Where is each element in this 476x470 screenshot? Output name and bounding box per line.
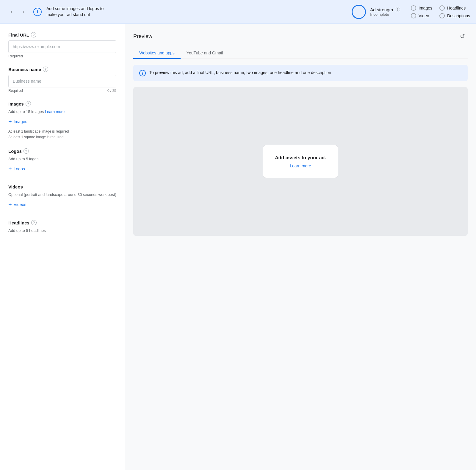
tab-youtube-gmail[interactable]: YouTube and Gmail xyxy=(181,48,229,59)
headlines-section: Headlines ? Add up to 5 headlines xyxy=(8,220,116,233)
refresh-button[interactable]: ↺ xyxy=(457,31,468,42)
check-circle-images xyxy=(411,5,416,11)
checklist-video: Video xyxy=(411,13,432,18)
business-name-label: Business name ? xyxy=(8,67,116,72)
add-images-plus-icon: + xyxy=(8,119,12,125)
checklist-col-2: Headlines Descriptions xyxy=(439,5,470,18)
add-videos-plus-icon: + xyxy=(8,202,12,208)
images-help-icon[interactable]: ? xyxy=(26,101,31,106)
images-section: Images ? Add up to 15 images Learn more … xyxy=(8,101,116,140)
logos-section: Logos ? Add up to 5 logos + Logos xyxy=(8,148,116,176)
prev-button[interactable]: ‹ xyxy=(6,7,17,17)
headlines-description: Add up to 5 headlines xyxy=(8,228,116,233)
checklist-video-label: Video xyxy=(419,13,429,18)
next-button[interactable]: › xyxy=(18,7,29,17)
final-url-input[interactable] xyxy=(8,40,116,53)
checklist-col-1: Images Video xyxy=(411,5,432,18)
business-name-hints: Required 0 / 25 xyxy=(8,89,116,93)
final-url-label: Final URL ? xyxy=(8,32,116,37)
business-name-char-count: 0 / 25 xyxy=(107,89,116,93)
left-panel: Final URL ? Required Business name ? Req… xyxy=(0,24,125,470)
add-videos-button[interactable]: + Videos xyxy=(8,200,26,209)
check-circle-descriptions xyxy=(439,13,445,18)
preview-header: Preview ↺ xyxy=(133,31,468,42)
checklist-headlines: Headlines xyxy=(439,5,470,11)
checklist-images: Images xyxy=(411,5,432,11)
headlines-label: Headlines ? xyxy=(8,220,116,225)
add-logos-button[interactable]: + Logos xyxy=(8,164,25,174)
checklist-descriptions-label: Descriptions xyxy=(447,13,470,18)
assets-card: Add assets to your ad. Learn more xyxy=(263,145,338,178)
info-banner-icon: i xyxy=(139,70,146,76)
tab-websites-apps[interactable]: Websites and apps xyxy=(133,48,181,59)
check-circle-headlines xyxy=(439,5,445,11)
business-name-input[interactable] xyxy=(8,75,116,87)
business-name-help-icon[interactable]: ? xyxy=(43,67,48,72)
final-url-help-icon[interactable]: ? xyxy=(31,32,36,37)
logos-description: Add up to 5 logos xyxy=(8,157,116,161)
preview-area: Add assets to your ad. Learn more xyxy=(133,87,468,236)
image-req-2: At least 1 square image is required xyxy=(8,134,116,140)
ad-strength-circle xyxy=(352,5,366,19)
main-layout: Final URL ? Required Business name ? Req… xyxy=(0,24,476,470)
checklist-section: Images Video Headlines Descriptions xyxy=(411,5,470,18)
images-requirements: At least 1 landscape image is required A… xyxy=(8,129,116,140)
add-logos-plus-icon: + xyxy=(8,166,12,172)
checklist-descriptions: Descriptions xyxy=(439,13,470,18)
add-images-button[interactable]: + Images xyxy=(8,117,27,126)
ad-strength-section: Ad strength ? Incomplete xyxy=(352,5,400,19)
nav-buttons: ‹ › xyxy=(6,7,29,17)
right-panel: Preview ↺ Websites and apps YouTube and … xyxy=(125,24,476,470)
assets-card-title: Add assets to your ad. xyxy=(275,155,326,161)
preview-tabs: Websites and apps YouTube and Gmail xyxy=(133,48,468,59)
business-name-section: Business name ? Required 0 / 25 xyxy=(8,67,116,93)
videos-label: Videos xyxy=(8,184,116,189)
final-url-required: Required xyxy=(8,54,23,58)
preview-title: Preview xyxy=(133,33,152,40)
top-bar-message: Add some images and logos to make your a… xyxy=(46,6,106,18)
images-description: Add up to 15 images Learn more xyxy=(8,109,116,114)
final-url-hints: Required xyxy=(8,54,116,58)
videos-section: Videos Optional (portrait and landscape … xyxy=(8,184,116,212)
ad-strength-subtitle: Incomplete xyxy=(370,12,400,17)
info-icon[interactable]: i xyxy=(33,8,42,16)
assets-card-learn-more[interactable]: Learn more xyxy=(290,164,311,168)
check-circle-video xyxy=(411,13,416,18)
image-req-1: At least 1 landscape image is required xyxy=(8,129,116,134)
headlines-help-icon[interactable]: ? xyxy=(31,220,37,225)
checklist-headlines-label: Headlines xyxy=(447,6,466,10)
images-label: Images ? xyxy=(8,101,116,106)
ad-strength-help-icon[interactable]: ? xyxy=(395,7,400,12)
logos-help-icon[interactable]: ? xyxy=(24,148,29,154)
top-bar: ‹ › i Add some images and logos to make … xyxy=(0,0,476,24)
checklist-images-label: Images xyxy=(419,6,432,10)
info-banner: i To preview this ad, add a final URL, b… xyxy=(133,65,468,81)
ad-strength-title: Ad strength xyxy=(370,7,393,12)
info-banner-text: To preview this ad, add a final URL, bus… xyxy=(149,70,331,76)
logos-label: Logos ? xyxy=(8,148,116,154)
final-url-section: Final URL ? Required xyxy=(8,32,116,58)
images-learn-more[interactable]: Learn more xyxy=(45,109,65,114)
business-name-required: Required xyxy=(8,89,23,93)
ad-strength-text: Ad strength ? Incomplete xyxy=(370,7,400,17)
videos-description: Optional (portrait and landscape around … xyxy=(8,192,116,197)
